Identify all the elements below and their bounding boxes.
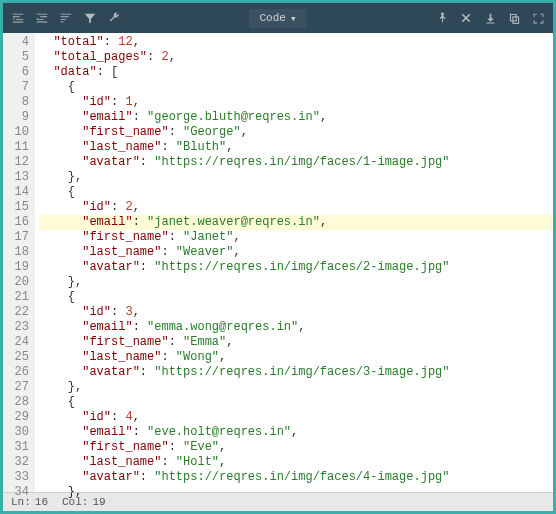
wrench-icon[interactable] [107, 11, 121, 25]
line-number: 4 [5, 35, 29, 50]
line-number: 13 [5, 170, 29, 185]
code-line[interactable]: "avatar": "https://reqres.in/img/faces/3… [39, 365, 553, 380]
line-number: 30 [5, 425, 29, 440]
line-number: 19 [5, 260, 29, 275]
line-number: 8 [5, 95, 29, 110]
code-line[interactable]: "first_name": "Eve", [39, 440, 553, 455]
line-number: 6 [5, 65, 29, 80]
code-line[interactable]: "last_name": "Wong", [39, 350, 553, 365]
indent-icon[interactable] [35, 11, 49, 25]
code-line[interactable]: "first_name": "Janet", [39, 230, 553, 245]
code-line[interactable]: { [39, 185, 553, 200]
code-line[interactable]: "total_pages": 2, [39, 50, 553, 65]
code-line[interactable]: "avatar": "https://reqres.in/img/faces/4… [39, 470, 553, 485]
code-line[interactable]: "last_name": "Bluth", [39, 140, 553, 155]
line-number: 20 [5, 275, 29, 290]
code-line[interactable]: "id": 4, [39, 410, 553, 425]
line-number: 12 [5, 155, 29, 170]
line-number: 15 [5, 200, 29, 215]
copy-icon[interactable] [507, 11, 521, 25]
line-number: 24 [5, 335, 29, 350]
code-content[interactable]: "total": 12, "total_pages": 2, "data": [… [35, 33, 553, 492]
line-number: 17 [5, 230, 29, 245]
code-line[interactable]: "id": 2, [39, 200, 553, 215]
code-line[interactable]: "first_name": "George", [39, 125, 553, 140]
line-number-gutter: 4567891011121314151617181920212223242526… [3, 33, 35, 492]
line-number: 5 [5, 50, 29, 65]
sort-icon[interactable] [59, 11, 73, 25]
line-number: 21 [5, 290, 29, 305]
code-line[interactable]: "data": [ [39, 65, 553, 80]
code-line[interactable]: "email": "emma.wong@reqres.in", [39, 320, 553, 335]
code-line[interactable]: }, [39, 485, 553, 500]
line-number: 29 [5, 410, 29, 425]
code-line[interactable]: { [39, 290, 553, 305]
close-icon[interactable] [459, 11, 473, 25]
line-number: 31 [5, 440, 29, 455]
outdent-icon[interactable] [11, 11, 25, 25]
download-icon[interactable] [483, 11, 497, 25]
line-number: 28 [5, 395, 29, 410]
line-number: 26 [5, 365, 29, 380]
line-number: 34 [5, 485, 29, 500]
code-line[interactable]: "email": "george.bluth@reqres.in", [39, 110, 553, 125]
line-number: 25 [5, 350, 29, 365]
line-number: 33 [5, 470, 29, 485]
line-number: 9 [5, 110, 29, 125]
line-number: 23 [5, 320, 29, 335]
code-line[interactable]: { [39, 80, 553, 95]
code-line[interactable]: "last_name": "Weaver", [39, 245, 553, 260]
line-number: 16 [5, 215, 29, 230]
code-line[interactable]: "last_name": "Holt", [39, 455, 553, 470]
code-line[interactable]: "id": 1, [39, 95, 553, 110]
line-number: 14 [5, 185, 29, 200]
line-number: 22 [5, 305, 29, 320]
code-line[interactable]: }, [39, 380, 553, 395]
line-number: 7 [5, 80, 29, 95]
line-number: 27 [5, 380, 29, 395]
toolbar: Code ▾ [3, 3, 553, 33]
code-line[interactable]: "total": 12, [39, 35, 553, 50]
code-line[interactable]: }, [39, 170, 553, 185]
chevron-down-icon: ▾ [290, 12, 297, 25]
filter-icon[interactable] [83, 11, 97, 25]
code-editor[interactable]: 4567891011121314151617181920212223242526… [3, 33, 553, 492]
code-line[interactable]: { [39, 395, 553, 410]
language-selector[interactable]: Code ▾ [249, 9, 306, 28]
code-line[interactable]: }, [39, 275, 553, 290]
code-line[interactable]: "avatar": "https://reqres.in/img/faces/1… [39, 155, 553, 170]
code-line[interactable]: "avatar": "https://reqres.in/img/faces/2… [39, 260, 553, 275]
code-line[interactable]: "email": "eve.holt@reqres.in", [39, 425, 553, 440]
line-number: 18 [5, 245, 29, 260]
thumbtack-icon[interactable] [435, 11, 449, 25]
line-number: 11 [5, 140, 29, 155]
language-label: Code [259, 12, 285, 24]
code-line[interactable]: "first_name": "Emma", [39, 335, 553, 350]
code-line[interactable]: "id": 3, [39, 305, 553, 320]
line-number: 32 [5, 455, 29, 470]
line-number: 10 [5, 125, 29, 140]
fullscreen-icon[interactable] [531, 11, 545, 25]
code-line[interactable]: "email": "janet.weaver@reqres.in", [39, 215, 553, 230]
